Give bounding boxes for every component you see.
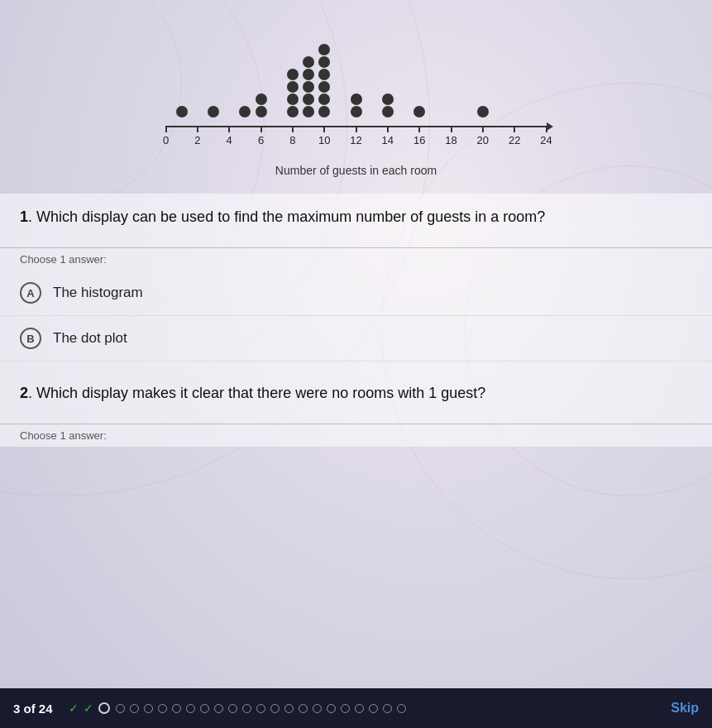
option-text-1a: The histogram	[53, 285, 143, 301]
skip-button[interactable]: Skip	[671, 701, 699, 716]
progress-text: 3 of 24	[13, 702, 59, 716]
dot-plot-area: 024681012141618202224	[150, 25, 563, 157]
dot-plot-container: 024681012141618202224 Number of guests i…	[0, 17, 712, 177]
answer-option-1b[interactable]: B The dot plot	[0, 316, 712, 362]
question1-text: 1. Which display can be used to find the…	[20, 207, 692, 228]
main-content: 024681012141618202224 Number of guests i…	[0, 0, 712, 447]
questions-section: 1. Which display can be used to find the…	[0, 194, 712, 447]
question1-block: 1. Which display can be used to find the…	[0, 194, 712, 241]
dot-plot-title: Number of guests in each room	[275, 164, 437, 177]
option-circle-b: B	[20, 328, 41, 349]
question2-block: 2. Which display makes it clear that the…	[0, 370, 712, 417]
question2-number: 2	[20, 385, 28, 401]
progress-indicators: ✓✓	[69, 702, 671, 715]
answer-option-1a[interactable]: A The histogram	[0, 271, 712, 316]
question2-choose-label: Choose 1 answer:	[0, 424, 712, 447]
option-text-1b: The dot plot	[53, 330, 127, 347]
question1-number: 1	[20, 208, 28, 225]
question2-text: 2. Which display makes it clear that the…	[20, 383, 692, 404]
bottom-bar: 3 of 24 ✓✓ Skip	[0, 688, 712, 728]
option-circle-a: A	[20, 282, 41, 304]
question1-choose-label: Choose 1 answer:	[0, 247, 712, 271]
